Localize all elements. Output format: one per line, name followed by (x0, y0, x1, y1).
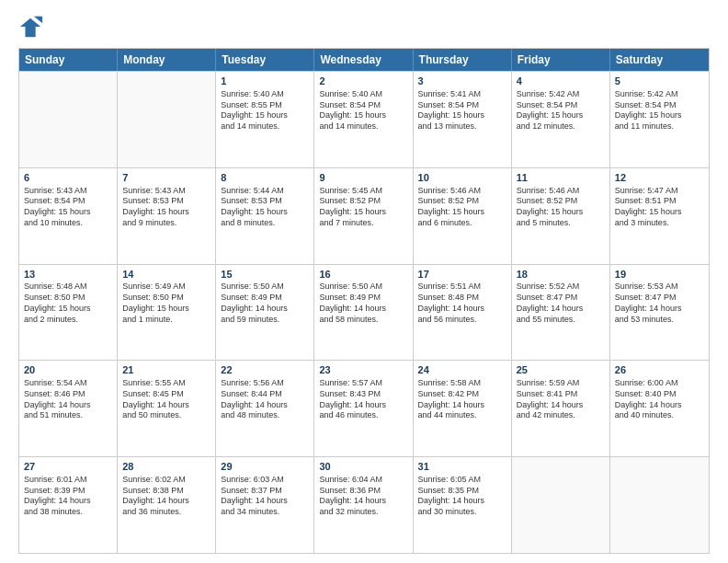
calendar-cell (118, 72, 216, 167)
cell-line-3: and 42 minutes. (517, 410, 605, 421)
cell-line-0: Sunrise: 5:53 AM (615, 282, 704, 293)
cell-line-1: Sunset: 8:36 PM (319, 486, 407, 497)
cell-line-0: Sunrise: 5:41 AM (418, 89, 506, 100)
cell-line-1: Sunset: 8:50 PM (24, 293, 112, 304)
day-number: 16 (319, 268, 407, 282)
cell-line-0: Sunrise: 5:46 AM (517, 186, 605, 197)
cell-line-3: and 32 minutes. (319, 507, 407, 518)
day-number: 15 (221, 268, 309, 282)
cell-line-3: and 50 minutes. (122, 410, 210, 421)
cell-line-2: Daylight: 14 hours (319, 400, 407, 411)
calendar-cell: 3Sunrise: 5:41 AMSunset: 8:54 PMDaylight… (414, 72, 512, 167)
logo-icon (18, 15, 44, 40)
cell-line-0: Sunrise: 5:50 AM (319, 282, 407, 293)
cell-line-2: Daylight: 14 hours (418, 496, 506, 507)
cell-line-0: Sunrise: 5:43 AM (122, 186, 210, 197)
cell-line-2: Daylight: 14 hours (517, 400, 605, 411)
cell-line-2: Daylight: 14 hours (24, 400, 112, 411)
cell-line-3: and 51 minutes. (24, 410, 112, 421)
cell-line-1: Sunset: 8:45 PM (122, 389, 210, 400)
cell-line-2: Daylight: 15 hours (24, 207, 112, 218)
cell-line-0: Sunrise: 5:49 AM (122, 282, 210, 293)
cell-line-1: Sunset: 8:41 PM (517, 389, 605, 400)
day-number: 1 (221, 75, 309, 88)
cell-line-0: Sunrise: 5:50 AM (221, 282, 309, 293)
cell-line-2: Daylight: 14 hours (517, 304, 605, 315)
calendar-cell: 22Sunrise: 5:56 AMSunset: 8:44 PMDayligh… (216, 361, 314, 456)
calendar-cell: 19Sunrise: 5:53 AMSunset: 8:47 PMDayligh… (610, 265, 709, 361)
day-number: 23 (319, 363, 407, 377)
cell-line-0: Sunrise: 5:51 AM (418, 282, 506, 293)
calendar-cell: 8Sunrise: 5:44 AMSunset: 8:53 PMDaylight… (216, 168, 314, 264)
cell-line-3: and 38 minutes. (24, 507, 112, 518)
cell-line-3: and 9 minutes. (122, 218, 210, 229)
cell-line-2: Daylight: 15 hours (122, 304, 210, 315)
day-number: 2 (319, 75, 407, 88)
calendar-cell: 30Sunrise: 6:04 AMSunset: 8:36 PMDayligh… (314, 457, 413, 553)
cell-line-2: Daylight: 15 hours (221, 207, 309, 218)
cell-line-1: Sunset: 8:42 PM (418, 389, 506, 400)
day-number: 21 (122, 363, 210, 377)
calendar-header: SundayMondayTuesdayWednesdayThursdayFrid… (19, 49, 709, 71)
day-number: 7 (122, 171, 210, 185)
cell-line-2: Daylight: 15 hours (122, 207, 210, 218)
calendar-cell (512, 457, 610, 553)
cell-line-2: Daylight: 15 hours (319, 207, 407, 218)
day-number: 29 (221, 460, 309, 474)
cell-line-2: Daylight: 14 hours (24, 496, 112, 507)
header-day-sunday: Sunday (19, 49, 118, 71)
day-number: 5 (615, 75, 704, 88)
cell-line-3: and 44 minutes. (418, 410, 506, 421)
cell-line-1: Sunset: 8:46 PM (24, 389, 112, 400)
cell-line-2: Daylight: 15 hours (418, 207, 506, 218)
cell-line-1: Sunset: 8:54 PM (615, 100, 704, 111)
cell-line-1: Sunset: 8:53 PM (221, 196, 309, 207)
cell-line-1: Sunset: 8:52 PM (319, 196, 407, 207)
calendar-cell: 2Sunrise: 5:40 AMSunset: 8:54 PMDaylight… (314, 72, 413, 167)
day-number: 26 (615, 363, 704, 377)
calendar-cell: 16Sunrise: 5:50 AMSunset: 8:49 PMDayligh… (314, 265, 413, 361)
calendar-cell: 10Sunrise: 5:46 AMSunset: 8:52 PMDayligh… (414, 168, 512, 264)
cell-line-2: Daylight: 14 hours (615, 400, 704, 411)
day-number: 27 (24, 460, 112, 474)
calendar-cell: 4Sunrise: 5:42 AMSunset: 8:54 PMDaylight… (512, 72, 610, 167)
cell-line-2: Daylight: 15 hours (418, 110, 506, 121)
day-number: 9 (319, 171, 407, 185)
cell-line-0: Sunrise: 5:52 AM (517, 282, 605, 293)
day-number: 30 (319, 460, 407, 474)
cell-line-3: and 59 minutes. (221, 315, 309, 326)
calendar-cell: 15Sunrise: 5:50 AMSunset: 8:49 PMDayligh… (216, 265, 314, 361)
day-number: 4 (517, 75, 605, 88)
cell-line-3: and 36 minutes. (122, 507, 210, 518)
cell-line-1: Sunset: 8:54 PM (24, 196, 112, 207)
cell-line-3: and 3 minutes. (615, 218, 704, 229)
cell-line-1: Sunset: 8:35 PM (418, 486, 506, 497)
day-number: 13 (24, 268, 112, 282)
cell-line-3: and 1 minute. (122, 315, 210, 326)
cell-line-1: Sunset: 8:53 PM (122, 196, 210, 207)
calendar-cell: 12Sunrise: 5:47 AMSunset: 8:51 PMDayligh… (610, 168, 709, 264)
calendar-cell: 18Sunrise: 5:52 AMSunset: 8:47 PMDayligh… (512, 265, 610, 361)
logo (18, 15, 48, 40)
cell-line-2: Daylight: 14 hours (122, 496, 210, 507)
cell-line-3: and 8 minutes. (221, 218, 309, 229)
cell-line-3: and 5 minutes. (517, 218, 605, 229)
calendar-cell: 11Sunrise: 5:46 AMSunset: 8:52 PMDayligh… (512, 168, 610, 264)
cell-line-3: and 46 minutes. (319, 410, 407, 421)
calendar-row-2: 13Sunrise: 5:48 AMSunset: 8:50 PMDayligh… (19, 264, 709, 361)
day-number: 17 (418, 268, 506, 282)
cell-line-3: and 34 minutes. (221, 507, 309, 518)
header-day-wednesday: Wednesday (314, 49, 413, 71)
day-number: 22 (221, 363, 309, 377)
cell-line-3: and 56 minutes. (418, 315, 506, 326)
cell-line-1: Sunset: 8:49 PM (319, 293, 407, 304)
calendar-cell (19, 72, 118, 167)
calendar-cell: 5Sunrise: 5:42 AMSunset: 8:54 PMDaylight… (610, 72, 709, 167)
calendar-cell: 21Sunrise: 5:55 AMSunset: 8:45 PMDayligh… (118, 361, 216, 456)
page: SundayMondayTuesdayWednesdayThursdayFrid… (0, 0, 728, 563)
cell-line-0: Sunrise: 6:03 AM (221, 475, 309, 486)
cell-line-0: Sunrise: 6:05 AM (418, 475, 506, 486)
cell-line-0: Sunrise: 6:00 AM (615, 378, 704, 389)
cell-line-0: Sunrise: 5:58 AM (418, 378, 506, 389)
cell-line-0: Sunrise: 5:42 AM (517, 89, 605, 100)
